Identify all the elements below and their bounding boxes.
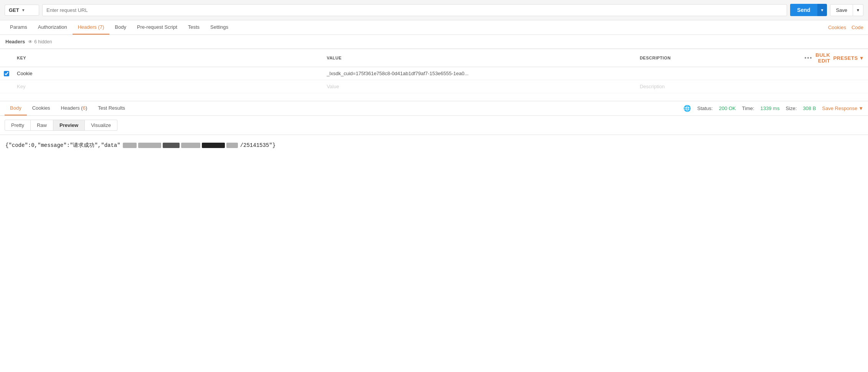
headers-section: Headers 👁 6 hidden bbox=[0, 35, 868, 49]
save-response-button[interactable]: Save Response ▼ bbox=[822, 105, 863, 111]
col-check-header bbox=[0, 49, 13, 67]
tab-test-results[interactable]: Test Results bbox=[92, 101, 130, 115]
response-body-text-end: /25141535"} bbox=[240, 141, 276, 150]
redacted-block-4 bbox=[181, 143, 200, 148]
response-body-text-start: {"code":0,"message":"请求成功","data" bbox=[5, 141, 120, 150]
tab-response-headers[interactable]: Headers (6) bbox=[56, 101, 93, 115]
redacted-url bbox=[123, 143, 238, 148]
bulk-edit-button[interactable]: Bulk Edit bbox=[815, 52, 830, 64]
save-dropdown-button[interactable]: ▼ bbox=[853, 4, 863, 16]
code-link[interactable]: Code bbox=[851, 25, 863, 30]
col-value-header: VALUE bbox=[323, 49, 636, 67]
save-group: Save ▼ bbox=[830, 4, 863, 16]
method-chevron: ▼ bbox=[21, 8, 25, 12]
hidden-badge: 👁 6 hidden bbox=[28, 39, 52, 44]
tab-response-cookies[interactable]: Cookies bbox=[27, 101, 56, 115]
view-tab-visualize[interactable]: Visualize bbox=[85, 120, 117, 131]
headers-table: KEY VALUE DESCRIPTION ••• Bulk Edit Pres… bbox=[0, 49, 868, 93]
response-tab-nav: Body Cookies Headers (6) Test Results 🌐 … bbox=[0, 101, 868, 116]
eye-icon: 👁 bbox=[28, 39, 33, 44]
top-bar: GET ▼ Send ▼ Save ▼ bbox=[0, 0, 868, 20]
send-group: Send ▼ bbox=[790, 4, 827, 16]
response-meta: 🌐 Status: 200 OK Time: 1339 ms Size: 308… bbox=[683, 105, 863, 112]
empty-check-cell bbox=[0, 80, 13, 93]
url-input[interactable] bbox=[42, 4, 787, 16]
empty-value-cell[interactable]: Value bbox=[323, 80, 636, 93]
row-actions-cell bbox=[801, 67, 868, 80]
save-button[interactable]: Save bbox=[830, 4, 853, 16]
view-tab-preview[interactable]: Preview bbox=[53, 120, 85, 131]
tab-settings[interactable]: Settings bbox=[205, 20, 234, 35]
tab-params[interactable]: Params bbox=[5, 20, 33, 35]
tab-pre-request-script[interactable]: Pre-request Script bbox=[132, 20, 183, 35]
row-value-cell[interactable]: _lxsdk_cuid=175f361e758c8-0d41ab1df79af7… bbox=[323, 67, 636, 80]
right-links: Cookies Code bbox=[828, 25, 863, 30]
tab-response-body[interactable]: Body bbox=[5, 101, 27, 115]
presets-button[interactable]: Presets ▼ bbox=[833, 55, 864, 61]
table-row: Cookie _lxsdk_cuid=175f361e758c8-0d41ab1… bbox=[0, 67, 868, 80]
empty-key-cell[interactable]: Key bbox=[13, 80, 323, 93]
request-tab-nav: Params Authorization Headers (7) Body Pr… bbox=[0, 20, 868, 35]
tab-authorization[interactable]: Authorization bbox=[33, 20, 73, 35]
time-value: 1339 ms bbox=[761, 105, 780, 111]
redacted-block-5 bbox=[202, 143, 225, 148]
row-checkbox[interactable] bbox=[4, 71, 9, 76]
tab-body[interactable]: Body bbox=[109, 20, 132, 35]
headers-label: Headers bbox=[5, 39, 25, 44]
cookies-link[interactable]: Cookies bbox=[828, 25, 846, 30]
view-tabs: Pretty Raw Preview Visualize bbox=[0, 116, 868, 135]
row-key-cell[interactable]: Cookie bbox=[13, 67, 323, 80]
col-actions-header: ••• Bulk Edit Presets ▼ bbox=[801, 49, 868, 67]
send-button[interactable]: Send bbox=[790, 4, 817, 16]
send-dropdown-button[interactable]: ▼ bbox=[817, 4, 827, 16]
tab-headers[interactable]: Headers (7) bbox=[73, 20, 110, 35]
redacted-block-6 bbox=[226, 143, 238, 148]
time-label: Time: bbox=[742, 105, 754, 111]
redacted-block-2 bbox=[138, 143, 161, 148]
tab-tests[interactable]: Tests bbox=[183, 20, 205, 35]
response-body: {"code":0,"message":"请求成功","data" /25141… bbox=[0, 135, 868, 156]
empty-actions-cell bbox=[801, 80, 868, 93]
view-tab-raw[interactable]: Raw bbox=[31, 120, 53, 131]
status-label: Status: bbox=[697, 105, 713, 111]
table-empty-row: Key Value Description bbox=[0, 80, 868, 93]
row-desc-cell[interactable] bbox=[636, 67, 800, 80]
redacted-block-3 bbox=[163, 143, 180, 148]
method-select[interactable]: GET ▼ bbox=[5, 5, 39, 16]
more-options-icon[interactable]: ••• bbox=[805, 55, 813, 61]
size-label: Size: bbox=[785, 105, 797, 111]
response-section: Body Cookies Headers (6) Test Results 🌐 … bbox=[0, 101, 868, 156]
col-desc-header: DESCRIPTION bbox=[636, 49, 800, 67]
view-tab-pretty[interactable]: Pretty bbox=[5, 120, 31, 131]
row-checkbox-cell bbox=[0, 67, 13, 80]
globe-icon: 🌐 bbox=[683, 105, 691, 112]
empty-desc-cell[interactable]: Description bbox=[636, 80, 800, 93]
col-key-header: KEY bbox=[13, 49, 323, 67]
method-label: GET bbox=[9, 7, 19, 13]
status-value: 200 OK bbox=[719, 105, 736, 111]
table-header-row: KEY VALUE DESCRIPTION ••• Bulk Edit Pres… bbox=[0, 49, 868, 67]
size-value: 308 B bbox=[803, 105, 816, 111]
redacted-block-1 bbox=[123, 143, 137, 148]
